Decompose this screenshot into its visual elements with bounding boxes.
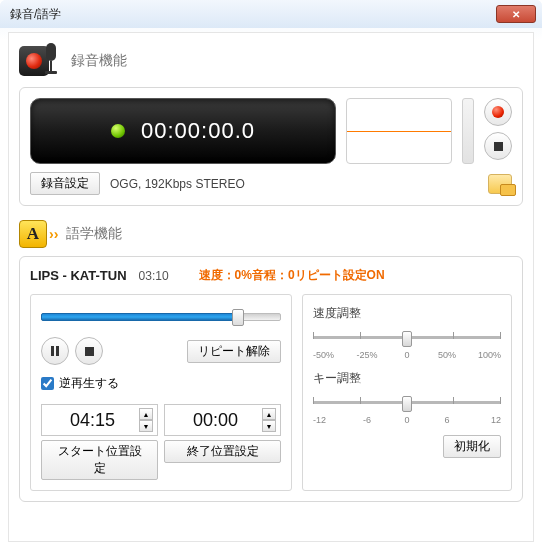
end-time-up[interactable]: ▲ — [262, 408, 276, 420]
recording-lcd: 00:00:00.0 — [30, 98, 336, 164]
set-start-button[interactable]: スタート位置設定 — [41, 440, 158, 480]
end-time-down[interactable]: ▼ — [262, 420, 276, 432]
key-adjust-label: キー調整 — [313, 370, 501, 387]
key-slider[interactable] — [313, 393, 501, 413]
reset-button[interactable]: 初期化 — [443, 435, 501, 458]
start-time-value: 04:15 — [46, 410, 139, 431]
level-meter — [462, 98, 474, 164]
record-settings-button[interactable]: 録音設定 — [30, 172, 100, 195]
recording-time: 00:00:00.0 — [141, 118, 255, 144]
playback-column: リピート解除 逆再生する 04:15 ▲▼ スタート位置設定 — [30, 294, 292, 491]
language-panel: LIPS - KAT-TUN 03:10 速度：0%音程：0リピート設定ON — [19, 256, 523, 502]
language-title: 語学機能 — [66, 225, 122, 243]
record-icon — [19, 43, 63, 79]
open-folder-button[interactable] — [488, 174, 512, 194]
close-button[interactable]: ✕ — [496, 5, 536, 23]
recording-title: 録音機能 — [71, 52, 127, 70]
start-time-up[interactable]: ▲ — [139, 408, 153, 420]
language-icon: A ›› — [19, 220, 58, 248]
record-button[interactable] — [484, 98, 512, 126]
recording-header: 録音機能 — [19, 43, 523, 79]
start-time-input[interactable]: 04:15 ▲▼ — [41, 404, 158, 436]
speed-adjust-label: 速度調整 — [313, 305, 501, 322]
stop-record-button[interactable] — [484, 132, 512, 160]
waveform-display — [346, 98, 452, 164]
pause-button[interactable] — [41, 337, 69, 365]
language-header: A ›› 語学機能 — [19, 220, 523, 248]
recording-panel: 00:00:00.0 録音設定 OGG, 192Kbps STEREO — [19, 87, 523, 206]
seek-slider[interactable] — [41, 305, 281, 329]
speed-slider[interactable] — [313, 328, 501, 348]
end-time-value: 00:00 — [169, 410, 262, 431]
window-title: 録音/語学 — [10, 6, 496, 23]
recording-format: OGG, 192Kbps STEREO — [110, 177, 245, 191]
stop-button[interactable] — [75, 337, 103, 365]
reverse-playback-label: 逆再生する — [59, 375, 119, 392]
adjustment-column: 速度調整 -50%-25%050%100% キー調整 -12-60612 — [302, 294, 512, 491]
track-duration: 03:10 — [139, 269, 187, 283]
titlebar: 録音/語学 ✕ — [0, 0, 542, 28]
playback-info: 速度：0%音程：0リピート設定ON — [199, 267, 385, 284]
recording-indicator-dot — [111, 124, 125, 138]
track-title: LIPS - KAT-TUN — [30, 268, 127, 283]
app-window: 録音/語学 ✕ 録音機能 00:00:00.0 — [0, 0, 542, 554]
set-end-button[interactable]: 終了位置設定 — [164, 440, 281, 463]
repeat-release-button[interactable]: リピート解除 — [187, 340, 281, 363]
reverse-playback-checkbox[interactable] — [41, 377, 54, 390]
end-time-input[interactable]: 00:00 ▲▼ — [164, 404, 281, 436]
start-time-down[interactable]: ▼ — [139, 420, 153, 432]
